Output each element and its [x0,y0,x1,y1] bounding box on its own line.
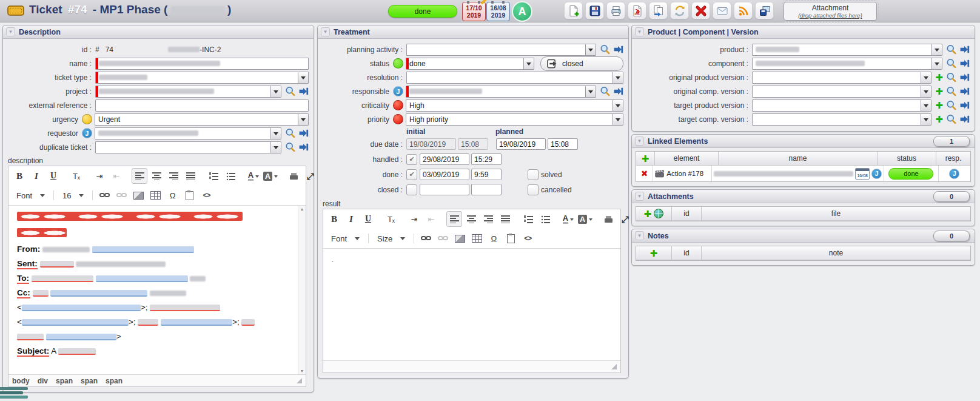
external-reference-input[interactable] [95,99,309,112]
table-icon[interactable] [147,187,163,203]
justify-icon[interactable] [183,168,198,184]
goto-icon[interactable] [959,114,970,124]
avatar[interactable]: A [512,1,532,22]
outdent-icon[interactable]: ⇤ [423,211,439,227]
print-icon[interactable] [600,211,616,227]
link-icon[interactable] [96,187,112,203]
criticality-select[interactable]: High [406,99,623,112]
project-select[interactable] [95,86,281,98]
italic-icon[interactable]: I [343,211,359,227]
delete-link-icon[interactable]: ✖ [641,169,648,178]
collapse-icon[interactable]: ▼ [635,231,644,240]
chevron-down-icon[interactable] [585,44,596,55]
chevron-down-icon[interactable] [612,100,623,111]
cancelled-checkbox[interactable] [528,184,539,195]
chevron-down-icon[interactable] [585,86,596,97]
goto-icon[interactable] [298,142,309,152]
table-row[interactable]: ✖ Action #178 16/08 J done J [636,166,970,181]
chevron-down-icon[interactable] [298,114,308,125]
due-date-badge[interactable]: 17/10 2019 [462,2,486,21]
goto-icon[interactable] [613,44,623,55]
closed-date[interactable] [420,184,469,195]
add-icon[interactable]: ✚ [935,115,943,124]
remove-format-icon[interactable]: Tₓ [69,168,84,184]
component-select[interactable] [752,58,942,70]
chevron-down-icon[interactable] [298,72,308,83]
chevron-down-icon[interactable] [612,114,623,125]
chevron-down-icon[interactable] [921,86,931,97]
bulleted-list-icon[interactable] [537,211,553,227]
description-content[interactable]: From: Sent: To: Cc: <>; <>; >; > Subject… [8,205,306,374]
transition-closed-button[interactable]: closed [540,56,623,71]
export-pdf-button[interactable]: PDF [628,2,646,19]
bold-icon[interactable]: B [326,211,342,227]
image-icon[interactable] [130,187,146,203]
toolbar-separator[interactable] [53,190,54,200]
save-view-button[interactable] [755,2,774,19]
search-icon[interactable] [946,100,956,110]
search-icon[interactable] [946,44,956,55]
toolbar-separator[interactable] [92,190,93,200]
font-dropdown[interactable]: Font [327,231,364,246]
handled-checkbox[interactable]: ✔ [406,154,417,165]
target-comp-version-select[interactable] [752,113,931,126]
chevron-down-icon[interactable] [523,58,534,69]
special-char-icon[interactable]: Ω [486,231,502,246]
due-planned-date[interactable]: 19/08/2019 [496,138,546,150]
align-right-icon[interactable] [166,168,181,184]
indent-icon[interactable]: ⇥ [406,211,422,227]
paste-word-icon[interactable] [503,231,519,246]
created-date-badge[interactable]: 16/08 2019 [486,2,510,21]
search-icon[interactable] [946,114,956,124]
done-time[interactable]: 9:59 [471,169,502,180]
font-dropdown[interactable]: Font [12,188,49,203]
collapse-icon[interactable]: ▼ [321,27,330,36]
add-icon[interactable]: ✚ [935,73,943,82]
search-icon[interactable] [600,44,610,55]
align-center-icon[interactable] [463,211,479,227]
table-icon[interactable] [469,231,485,246]
unlink-icon[interactable] [113,187,129,203]
target-product-version-select[interactable] [752,99,931,112]
resize-handle[interactable] [297,378,302,383]
add-linked-element-icon[interactable]: ✚ [642,154,649,163]
print-icon[interactable] [286,168,301,184]
paste-word-icon[interactable] [181,187,197,203]
linked-element-id[interactable]: Action #178 [666,170,703,177]
planning-activity-select[interactable] [406,44,596,56]
resolution-select[interactable] [406,72,623,84]
element-path-token[interactable]: div [38,377,48,385]
chevron-down-icon[interactable] [931,58,942,69]
text-color-icon[interactable]: A [246,168,261,184]
urgency-select[interactable]: Urgent [95,113,309,126]
handled-time[interactable]: 15:29 [471,153,502,165]
link-icon[interactable] [418,231,434,246]
priority-select[interactable]: High priority [406,113,623,126]
original-product-version-select[interactable] [752,72,931,84]
search-icon[interactable] [946,86,956,96]
responsible-select[interactable] [406,86,596,98]
ordered-list-icon[interactable] [206,168,221,184]
attachment-dropzone[interactable]: Attachment (drop attached files here) [784,2,877,21]
element-path-token[interactable]: span [81,377,98,385]
closed-time[interactable] [471,184,502,195]
collapse-icon[interactable]: ▼ [635,192,644,201]
delete-button[interactable] [691,2,710,19]
collapse-icon[interactable]: ▼ [6,27,15,36]
element-path-token[interactable]: span [106,377,122,385]
new-ticket-button[interactable] [564,2,583,19]
source-icon[interactable]: <> [198,187,214,203]
special-char-icon[interactable]: Ω [164,187,180,203]
align-left-icon[interactable] [446,211,462,227]
unlink-icon[interactable] [435,231,451,246]
justify-icon[interactable] [497,211,513,227]
maximize-icon[interactable]: ⤢ [303,168,318,184]
bulleted-list-icon[interactable] [223,168,238,184]
chevron-down-icon[interactable] [270,86,281,97]
requestor-select[interactable] [95,127,281,140]
add-note-icon[interactable]: ✚ [650,249,658,258]
align-center-icon[interactable] [149,168,164,184]
bg-color-icon[interactable]: A [577,211,593,227]
font-size-dropdown[interactable]: 16 [58,188,88,203]
goto-icon[interactable] [298,128,309,138]
